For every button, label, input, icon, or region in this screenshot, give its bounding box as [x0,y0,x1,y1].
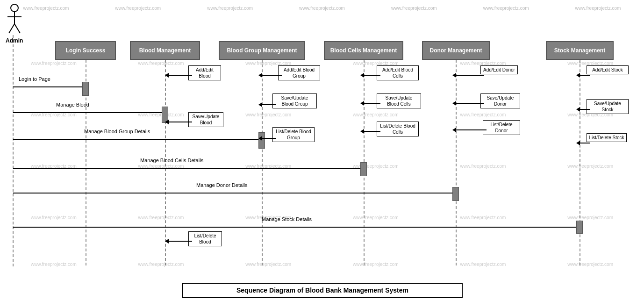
arrow-save-stock-return [576,107,590,112]
lifeline-donor-line [456,60,457,265]
actor: Admin [6,4,23,44]
arrow-list-donor-return [452,127,487,133]
svg-marker-33 [360,129,364,134]
svg-marker-35 [452,73,456,78]
lifeline-stock: Stock Management [546,41,614,60]
arrow-add-edit-stock-return [576,72,590,78]
arrow-add-edit-bloodcells-return [360,72,380,78]
arrow-save-donor-return [452,100,484,106]
svg-line-2 [9,24,14,33]
actor-lifeline [13,35,14,266]
arrow-manage-blood [13,109,167,116]
note-list-bloodgroup: List/Delete Blood Group [272,127,315,142]
lifeline-bloodcells: Blood Cells Management [324,41,403,60]
arrow-manage-bloodgroup [13,136,265,143]
arrow-bloodcells-label: Manage Blood Cells Details [140,158,203,163]
svg-marker-39 [452,128,456,132]
lifeline-stock-line [580,60,580,265]
svg-marker-29 [360,73,364,78]
lifeline-donor: Donor Management [422,41,490,60]
arrow-login-to-page [13,83,88,91]
svg-line-3 [14,24,20,33]
lifeline-bloodgroup: Blood Group Management [219,41,305,60]
note-list-stock: List/Delete Stock [587,133,627,142]
note-save-bloodgroup: Save/Update Blood Group [272,93,317,108]
svg-marker-43 [576,107,580,112]
arrow-list-bloodgroup-return [258,136,276,141]
arrow-add-edit-donor-return [452,72,484,78]
note-add-edit-blood: Add/Edit Blood [188,65,221,80]
note-add-edit-bloodgroup: Add/Edit Blood Group [278,65,320,80]
svg-marker-41 [576,73,580,78]
note-add-edit-stock: Add/Edit Stock [587,65,629,74]
lifeline-bloodgroup-line [262,60,263,265]
activation-bloodcells [360,162,367,176]
lifeline-login: Login Success [55,41,116,60]
svg-marker-31 [360,101,364,106]
arrow-add-edit-blood-return [165,72,192,78]
arrow-list-stock-return [576,140,590,146]
note-list-blood: List/Delete Blood [188,231,222,246]
arrow-save-blood-return [165,119,192,125]
svg-marker-17 [165,73,169,78]
arrow-add-edit-bloodgroup-return [258,72,282,78]
svg-marker-23 [258,73,262,78]
svg-marker-45 [576,141,580,145]
arrow-list-bloodcells-return [360,129,380,134]
svg-marker-19 [165,120,169,124]
arrow-save-bloodcells-return [360,100,380,106]
arrow-bloodgroup-label: Manage Blood Group Details [84,129,150,134]
arrow-stock-label: Manage Stock Details [262,216,312,222]
note-add-edit-donor: Add/Edit Donor [480,65,518,74]
arrow-login-label: Login to Page [19,76,50,82]
activation-login [82,82,89,96]
lifeline-blood: Blood Management [130,41,200,60]
svg-marker-37 [452,101,456,106]
arrow-donor-label: Manage Donor Details [196,182,247,188]
arrow-list-blood-return [165,238,192,244]
note-list-donor: List/Delete Donor [483,120,520,135]
actor-label: Admin [6,37,23,44]
arrow-manage-stock [13,223,582,231]
note-list-bloodcells: List/Delete Blood Cells [377,122,419,136]
note-save-donor: Save/Update Donor [480,93,520,108]
note-add-edit-bloodcells: Add/Edit Blood Cells [377,65,419,80]
actor-head [10,4,19,12]
svg-marker-21 [165,239,169,244]
svg-marker-27 [258,136,262,141]
arrow-manage-bloodcells [13,165,366,172]
activation-donor [452,187,459,201]
diagram-title: Sequence Diagram of Blood Bank Managemen… [182,283,463,298]
activation-stock [576,221,583,234]
arrow-save-bloodgroup-return [258,102,276,108]
svg-marker-25 [258,102,262,107]
note-save-blood: Save/Update Blood [188,112,223,127]
arrow-blood-label: Manage Blood [56,102,89,108]
arrow-manage-donor [13,189,458,197]
actor-body [7,12,22,36]
note-save-stock: Save/Update Stock [587,99,629,114]
note-save-bloodcells: Save/Update Blood Cells [377,93,421,108]
